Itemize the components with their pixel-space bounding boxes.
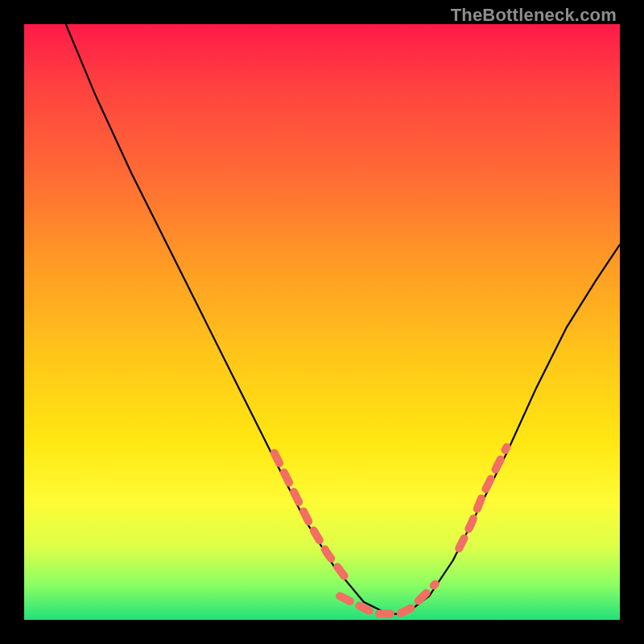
bottleneck-curve: [66, 24, 620, 614]
highlight-segment-bottom: [340, 584, 435, 614]
curve-layer: [24, 24, 620, 620]
highlight-segment-left: [275, 453, 346, 578]
plot-area: [24, 24, 620, 620]
watermark-text: TheBottleneck.com: [451, 5, 617, 26]
